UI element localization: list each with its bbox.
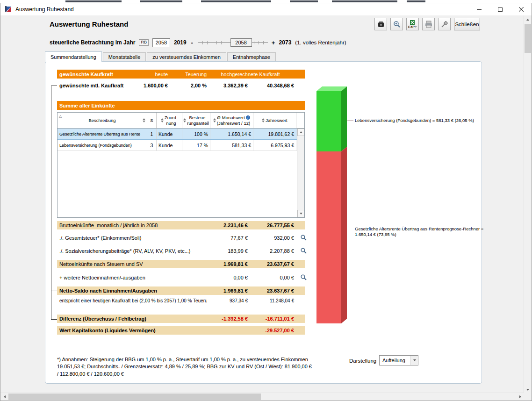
- column-header-s[interactable]: S: [147, 113, 157, 128]
- tab-zu-versteuerndes-einkommen[interactable]: zu versteuerndes Einkommen: [147, 52, 226, 61]
- darstellung-select[interactable]: Aufteilung: [379, 355, 418, 365]
- summary-row-differenz: Differenz (Überschuss / Fehlbetrag) -1.3…: [57, 315, 305, 323]
- info-icon[interactable]: i: [246, 115, 250, 120]
- summary-month-value: 2.231,46 €: [207, 222, 248, 228]
- bracket-line: [51, 86, 51, 319]
- close-window-button[interactable]: [510, 3, 532, 15]
- scrollbar-up-button[interactable]: [524, 15, 532, 23]
- vault-icon: [377, 20, 385, 29]
- column-header-zuordnung[interactable]: Zuord-nung: [157, 113, 182, 128]
- range-start-label: 2019: [174, 39, 187, 46]
- col-heute: heute: [137, 72, 168, 77]
- window-controls: [468, 3, 532, 15]
- sort-icon: [161, 118, 164, 122]
- details-magnifier-button[interactable]: [300, 234, 308, 242]
- scroll-up-button[interactable]: [297, 129, 304, 136]
- zoom-icon: [393, 20, 401, 29]
- cell-zuordnung: Kunde: [157, 129, 182, 139]
- summary-month-value: 1.969,81 €: [207, 288, 248, 294]
- kaufkraft-header: gewünschte Kaufkraft heute Teuerung hoch…: [57, 70, 305, 79]
- year-slider-track[interactable]: 2058: [198, 38, 268, 47]
- maximize-button[interactable]: [489, 3, 510, 15]
- scrollbar-corner: [524, 393, 532, 401]
- dropdown-button[interactable]: [410, 356, 418, 365]
- column-label: Jahreswert: [266, 118, 287, 123]
- year-input[interactable]: 2058: [152, 38, 170, 47]
- vault-button[interactable]: [374, 18, 387, 30]
- sort-icon: [143, 118, 145, 122]
- kaufkraft-row-label: gewünschte mtl. Kaufkraft: [57, 83, 137, 88]
- cell-monatswert: 581,33 €: [210, 140, 253, 150]
- toolbar: EXP Schließen: [374, 18, 480, 30]
- table-row-lebensversicherung[interactable]: Lebensversicherung (Fondsgebunden) 3 Kun…: [58, 140, 297, 151]
- summary-label: ./. Gesamtsteuer* (Einkommen/Soli): [57, 235, 207, 241]
- summary-row-netto-saldo: Netto-Saldo nach Einnahmen/Ausgaben 1.96…: [57, 286, 305, 295]
- cell-monatswert: 1.650,14 €: [210, 129, 253, 139]
- summary-year-value: 932,00 €: [248, 235, 294, 241]
- close-button[interactable]: Schließen: [454, 18, 480, 30]
- excel-export-label: EXP: [408, 25, 415, 29]
- chart-segment-altersrente: [316, 151, 341, 323]
- column-label: Ø-Monatswert: [217, 115, 245, 120]
- column-header-monatswert[interactable]: Ø-Monatswerti (Jahreswert / 12): [210, 113, 253, 128]
- arrow-down-icon: [526, 389, 529, 391]
- summary-month-value: 77,67 €: [207, 235, 248, 241]
- slider-minus-button[interactable]: -: [190, 39, 194, 46]
- tab-monatstabelle[interactable]: Monatstabelle: [103, 52, 146, 61]
- scrollbar-right-button[interactable]: [516, 393, 524, 401]
- assumptions-footnote: *) Annahmen: Steigerung der BBG um 1,00 …: [57, 356, 313, 378]
- print-button[interactable]: [422, 18, 435, 30]
- chart-label-altersrente: Gesetzliche Altersrente Übertrag aus Ren…: [355, 226, 495, 237]
- einkuenfte-title: Summe aller Einkünfte: [57, 103, 294, 108]
- column-header-besteuerungsanteil[interactable]: Besteue-rungsanteil: [182, 113, 210, 128]
- bracket-tick: [51, 291, 57, 291]
- cell-s: 3: [147, 140, 157, 150]
- summary-label: Bruttoeinkünfte monatlich / jährlich in …: [57, 222, 207, 228]
- tab-entnahmephase[interactable]: Entnahmephase: [227, 52, 276, 61]
- summary-year-value: -16.711,01 €: [248, 316, 294, 322]
- column-header-beschreibung[interactable]: △ Beschreibung: [58, 113, 147, 128]
- arrow-up-icon: [526, 19, 529, 21]
- scrollbar-left-button[interactable]: [0, 393, 8, 401]
- kaufkraft-row: gewünschte mtl. Kaufkraft 1.600,00 € 2,0…: [57, 81, 305, 90]
- details-magnifier-button[interactable]: [300, 274, 308, 281]
- column-header-jahreswert[interactable]: Jahreswert: [253, 113, 296, 128]
- sort-icon: [213, 118, 216, 122]
- kaufkraft-title: gewünschte Kaufkraft: [57, 72, 137, 77]
- summary-year-value: 23.637,67 €: [248, 288, 294, 294]
- summary-label: Nettoeinkünfte nach Steuern und SV: [57, 261, 207, 267]
- kaufkraft-teuerung-value: 2,00 %: [168, 83, 207, 88]
- table-row-altersrente[interactable]: Gesetzliche Altersrente Übertrag aus Ren…: [58, 129, 297, 140]
- einkuenfte-header: Summe aller Einkünfte: [57, 101, 305, 110]
- horizontal-scrollbar-thumb[interactable]: [8, 394, 261, 400]
- summary-month-value: 1.969,81 €: [207, 261, 248, 267]
- print-icon: [424, 20, 433, 29]
- vertical-scrollbar[interactable]: [524, 15, 532, 394]
- summary-label: + weitere Nettoeinnahmen/-ausgaben: [57, 275, 207, 280]
- summary-label: ./. Sozialversicherungsbeiträge* (RV, AL…: [57, 248, 207, 254]
- summary-year-value: -29.527,00 €: [248, 328, 294, 333]
- minimize-button[interactable]: [468, 3, 489, 15]
- pin-button[interactable]: [438, 18, 451, 30]
- arrow-left-icon: [4, 395, 6, 398]
- scroll-down-button[interactable]: [297, 210, 304, 217]
- year-slider-thumb[interactable]: 2058: [230, 38, 252, 47]
- summary-year-value: 23.637,67 €: [248, 261, 294, 267]
- vertical-scrollbar-thumb[interactable]: [525, 24, 531, 53]
- summary-label: Netto-Saldo nach Einnahmen/Ausgaben: [57, 288, 207, 294]
- cell-jahreswert: 19.801,62 €: [253, 129, 296, 139]
- excel-icon: [410, 20, 415, 25]
- summary-row-gesamtsteuer: ./. Gesamtsteuer* (Einkommen/Soli) 77,67…: [57, 233, 305, 243]
- column-header-stub: [296, 113, 304, 128]
- horizontal-scrollbar[interactable]: [0, 393, 524, 401]
- table-scrollbar[interactable]: [297, 129, 304, 217]
- details-magnifier-button[interactable]: [300, 247, 308, 255]
- summary-month-value: 0,00 €: [207, 275, 248, 280]
- excel-export-button[interactable]: EXP: [406, 18, 419, 30]
- retirement-start-badge[interactable]: RB: [139, 39, 149, 46]
- tab-summendarstellung[interactable]: Summendarstellung: [45, 51, 102, 62]
- slider-plus-button[interactable]: +: [272, 39, 275, 46]
- column-label: S: [150, 118, 153, 123]
- summary-row-heutige-kaufkraft: entspricht einer heutigen Kaufkraft bei …: [57, 297, 305, 304]
- zoom-button[interactable]: [390, 18, 403, 30]
